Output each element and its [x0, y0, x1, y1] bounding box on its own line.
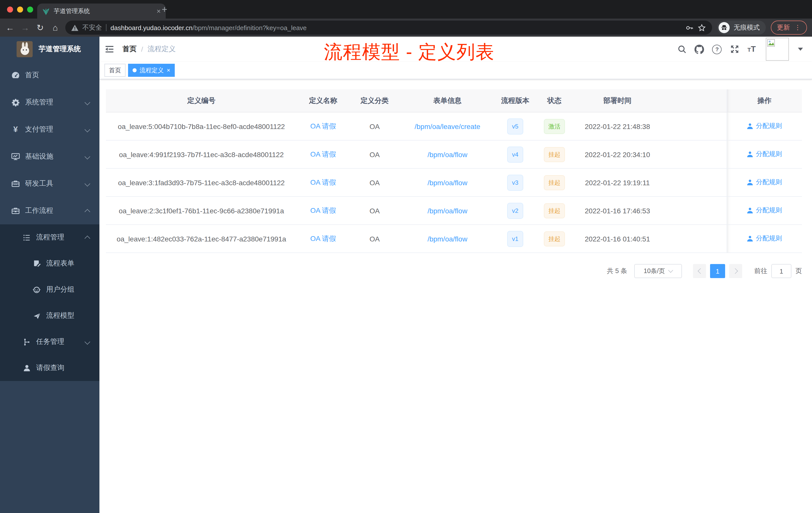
- form-edit-icon: [32, 259, 41, 268]
- sidebar-item-process-form[interactable]: 流程表单: [0, 250, 99, 277]
- sidebar-item-leave-query[interactable]: 请假查询: [0, 355, 99, 381]
- sidebar-item-system[interactable]: 系统管理: [0, 89, 99, 116]
- sidebar-item-devtools[interactable]: 研发工具: [0, 170, 99, 197]
- assign-rule-button[interactable]: 分配规则: [747, 206, 782, 215]
- definition-name-link[interactable]: OA 请假: [310, 122, 336, 130]
- sidebar-item-task-management[interactable]: 任务管理: [0, 329, 99, 355]
- sidebar-fold-icon[interactable]: [105, 44, 115, 54]
- incognito-badge: 无痕模式: [717, 21, 766, 35]
- definition-name-link[interactable]: OA 请假: [310, 206, 336, 214]
- sidebar-logo[interactable]: 芋道管理系统: [0, 37, 99, 62]
- page-size-select[interactable]: 10条/页: [634, 264, 682, 278]
- status-badge: 挂起: [544, 231, 565, 246]
- table-header-row: 定义编号 定义名称 定义分类 表单信息 流程版本 状态 部署时间 操作: [106, 89, 802, 112]
- status-badge: 激活: [544, 119, 565, 134]
- reload-icon[interactable]: ↻: [35, 23, 45, 32]
- assign-rule-label: 分配规则: [756, 234, 782, 243]
- sidebar-item-label: 首页: [25, 71, 92, 80]
- cell-category: OA: [349, 140, 400, 169]
- tag-label: 流程定义: [140, 66, 164, 74]
- help-icon[interactable]: ?: [712, 44, 722, 54]
- security-label[interactable]: 不安全: [82, 23, 102, 32]
- sidebar-item-process-management[interactable]: 流程管理: [0, 224, 99, 250]
- paper-plane-icon: [32, 311, 41, 320]
- form-link[interactable]: /bpm/oa/flow: [428, 150, 467, 158]
- github-icon[interactable]: [695, 44, 704, 54]
- password-key-icon[interactable]: [685, 23, 694, 32]
- assign-rule-button[interactable]: 分配规则: [747, 150, 782, 159]
- page-content: 定义编号 定义名称 定义分类 表单信息 流程版本 状态 部署时间 操作: [99, 79, 812, 278]
- tag-home[interactable]: 首页: [105, 64, 125, 77]
- sidebar-item-workflow[interactable]: 工作流程: [0, 197, 99, 224]
- page-number-button[interactable]: 1: [710, 264, 725, 278]
- sidebar-item-process-model[interactable]: 流程模型: [0, 303, 99, 329]
- tab-title: 芋道管理系统: [54, 7, 153, 15]
- assign-rule-button[interactable]: 分配规则: [747, 234, 782, 243]
- assign-rule-label: 分配规则: [756, 178, 782, 187]
- main-area: 流程模型 - 定义列表 首页 / 流程定义 ?: [99, 37, 812, 513]
- form-link[interactable]: /bpm/oa/flow: [428, 178, 467, 186]
- browser-tab[interactable]: 芋道管理系统 ×: [37, 3, 166, 19]
- col-filler: [661, 89, 727, 112]
- assign-rule-label: 分配规则: [756, 150, 782, 159]
- definition-name-link[interactable]: OA 请假: [310, 150, 336, 158]
- version-badge: v5: [507, 118, 523, 134]
- col-form-info: 表单信息: [400, 89, 495, 112]
- chevron-down-icon: [85, 127, 90, 132]
- form-link[interactable]: /bpm/oa/flow: [428, 235, 467, 243]
- cell-definition-id: oa_leave:1:482ec033-762a-11ec-8477-a2380…: [106, 224, 297, 253]
- col-definition-id: 定义编号: [106, 89, 297, 112]
- sidebar-item-user-group[interactable]: 用户分组: [0, 277, 99, 303]
- logo-avatar: [17, 41, 33, 57]
- tag-process-definition[interactable]: 流程定义 ×: [128, 64, 175, 77]
- font-size-icon[interactable]: TT: [748, 45, 756, 54]
- sidebar-item-payment[interactable]: ¥ 支付管理: [0, 116, 99, 143]
- assign-rule-button[interactable]: 分配规则: [747, 122, 782, 131]
- minimize-window-button[interactable]: [17, 6, 23, 12]
- window-controls[interactable]: [7, 6, 33, 12]
- avatar[interactable]: [766, 38, 789, 61]
- page-unit-label: 页: [795, 267, 802, 276]
- assign-rule-button[interactable]: 分配规则: [747, 178, 782, 187]
- home-icon[interactable]: ⌂: [50, 23, 60, 32]
- bookmark-star-icon[interactable]: [697, 23, 706, 32]
- definition-name-link[interactable]: OA 请假: [310, 178, 336, 186]
- goto-page-input[interactable]: [771, 264, 791, 278]
- url-text[interactable]: dashboard.yudao.iocoder.cn/bpm/manager/d…: [111, 24, 307, 31]
- back-icon[interactable]: ←: [5, 23, 15, 32]
- page-annotation: 流程模型 - 定义列表: [324, 40, 495, 65]
- avatar-caret-icon[interactable]: [798, 48, 803, 51]
- address-bar[interactable]: 不安全 dashboard.yudao.iocoder.cn/bpm/manag…: [65, 21, 712, 35]
- chevron-down-icon: [668, 268, 673, 273]
- col-deploy-time: 部署时间: [574, 89, 661, 112]
- chevron-down-icon: [85, 339, 90, 345]
- incognito-label: 无痕模式: [734, 23, 760, 32]
- forward-icon[interactable]: →: [20, 23, 30, 32]
- col-actions: 操作: [727, 89, 802, 112]
- new-tab-button[interactable]: +: [162, 4, 167, 15]
- fullscreen-icon[interactable]: [730, 44, 740, 54]
- tag-close-icon[interactable]: ×: [167, 67, 170, 73]
- version-badge: v3: [507, 175, 523, 190]
- sidebar-item-home[interactable]: 首页: [0, 62, 99, 89]
- sidebar-item-label: 研发工具: [25, 179, 85, 188]
- incognito-icon: [719, 22, 730, 33]
- maximize-window-button[interactable]: [27, 6, 33, 12]
- page-size-value: 10条/页: [644, 267, 665, 275]
- search-icon[interactable]: [677, 44, 687, 54]
- tree-icon: [22, 337, 31, 346]
- definition-name-link[interactable]: OA 请假: [310, 234, 336, 242]
- tab-close-icon[interactable]: ×: [157, 7, 161, 14]
- form-link[interactable]: /bpm/oa/flow: [428, 207, 467, 215]
- breadcrumb-current: 流程定义: [148, 45, 176, 54]
- browser-menu-icon[interactable]: ⋮: [794, 26, 801, 29]
- close-window-button[interactable]: [7, 6, 13, 12]
- screen: 芋道管理系统 × + ← → ↻ ⌂ 不安全 dashboard.yudao.i…: [0, 0, 812, 513]
- browser-update-button[interactable]: 更新 ⋮: [771, 21, 807, 35]
- form-link[interactable]: /bpm/oa/leave/create: [414, 122, 480, 130]
- prev-page-button[interactable]: [693, 264, 706, 278]
- next-page-button[interactable]: [729, 264, 742, 278]
- cell-definition-id: oa_leave:3:1fad3d93-7b75-11ec-a3c8-acde4…: [106, 169, 297, 197]
- sidebar-item-infra[interactable]: 基础设施: [0, 143, 99, 170]
- breadcrumb-home[interactable]: 首页: [122, 45, 137, 54]
